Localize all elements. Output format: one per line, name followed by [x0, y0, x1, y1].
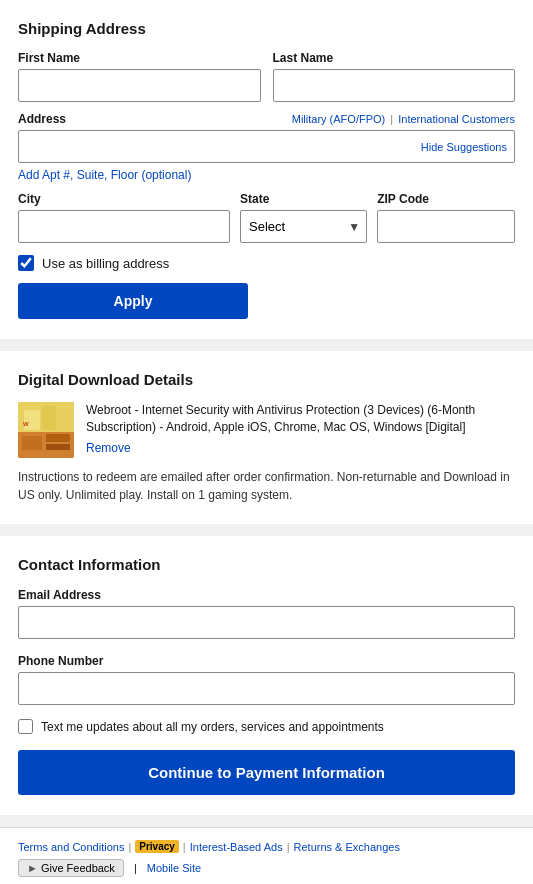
privacy-badge: Privacy: [135, 840, 179, 853]
billing-checkbox-row: Use as billing address: [18, 255, 515, 271]
name-row: First Name Last Name: [18, 51, 515, 102]
product-row: W Webroot - Internet Security with Antiv…: [18, 402, 515, 458]
zip-label: ZIP Code: [377, 192, 515, 206]
first-name-label: First Name: [18, 51, 261, 65]
phone-input[interactable]: [18, 672, 515, 705]
svg-rect-5: [24, 410, 40, 430]
product-name: Webroot - Internet Security with Antivir…: [86, 403, 475, 434]
footer-links: Terms and Conditions | Privacy | Interes…: [18, 840, 515, 853]
link-separator: |: [390, 113, 396, 125]
svg-text:W: W: [23, 421, 29, 427]
apt-link[interactable]: Add Apt #, Suite, Floor (optional): [18, 168, 191, 182]
hide-suggestions-link[interactable]: Hide Suggestions: [421, 141, 507, 153]
sms-checkbox-row: Text me updates about all my orders, ser…: [18, 719, 515, 734]
billing-checkbox[interactable]: [18, 255, 34, 271]
sms-checkbox[interactable]: [18, 719, 33, 734]
continue-to-payment-button[interactable]: Continue to Payment Information: [18, 750, 515, 795]
terms-link[interactable]: Terms and Conditions: [18, 841, 124, 853]
email-input[interactable]: [18, 606, 515, 639]
feedback-label: Give Feedback: [41, 862, 115, 874]
city-state-zip-row: City State Select ALAKAZAR CACOCTDE FLGA…: [18, 192, 515, 243]
returns-link[interactable]: Returns & Exchanges: [294, 841, 400, 853]
svg-rect-3: [46, 434, 70, 442]
arrow-right-icon: ►: [27, 862, 38, 874]
address-links: Military (AFO/FPO) | International Custo…: [292, 113, 515, 125]
first-name-input[interactable]: [18, 69, 261, 102]
product-description: Webroot - Internet Security with Antivir…: [86, 402, 515, 456]
address-header-row: Address Military (AFO/FPO) | Internation…: [18, 112, 515, 126]
address-input-wrap: Hide Suggestions: [18, 130, 515, 163]
digital-download-title: Digital Download Details: [18, 371, 515, 388]
separator-3: |: [287, 841, 290, 853]
city-input[interactable]: [18, 210, 230, 243]
footer: Terms and Conditions | Privacy | Interes…: [0, 827, 533, 884]
digital-download-section: Digital Download Details W Webroot - Int…: [0, 351, 533, 524]
apply-button[interactable]: Apply: [18, 283, 248, 319]
email-label: Email Address: [18, 588, 101, 602]
state-group: State Select ALAKAZAR CACOCTDE FLGAHIID …: [240, 192, 367, 243]
product-instructions: Instructions to redeem are emailed after…: [18, 468, 515, 504]
shipping-address-section: Shipping Address First Name Last Name Ad…: [0, 0, 533, 339]
separator-2: |: [183, 841, 186, 853]
mobile-site-link[interactable]: Mobile Site: [147, 862, 201, 874]
zip-input[interactable]: [377, 210, 515, 243]
interest-ads-link[interactable]: Interest-Based Ads: [190, 841, 283, 853]
remove-link[interactable]: Remove: [86, 440, 131, 457]
first-name-group: First Name: [18, 51, 261, 102]
last-name-group: Last Name: [273, 51, 516, 102]
svg-rect-6: [42, 406, 56, 430]
last-name-label: Last Name: [273, 51, 516, 65]
city-group: City: [18, 192, 230, 243]
state-select[interactable]: Select ALAKAZAR CACOCTDE FLGAHIID ILINIA…: [241, 211, 366, 242]
shipping-title: Shipping Address: [18, 20, 515, 37]
feedback-row: ► Give Feedback | Mobile Site: [18, 859, 515, 877]
product-image: W: [18, 402, 74, 458]
svg-rect-4: [46, 444, 70, 450]
zip-group: ZIP Code: [377, 192, 515, 243]
sms-label: Text me updates about all my orders, ser…: [41, 720, 384, 734]
city-label: City: [18, 192, 230, 206]
separator-1: |: [128, 841, 131, 853]
email-field-group: Email Address: [18, 587, 515, 639]
state-select-wrap: Select ALAKAZAR CACOCTDE FLGAHIID ILINIA…: [240, 210, 367, 243]
military-link[interactable]: Military (AFO/FPO): [292, 113, 386, 125]
phone-label: Phone Number: [18, 654, 103, 668]
contact-section: Contact Information Email Address Phone …: [0, 536, 533, 815]
address-label: Address: [18, 112, 66, 126]
state-label: State: [240, 192, 367, 206]
billing-checkbox-label: Use as billing address: [42, 256, 169, 271]
link-separator: |: [134, 862, 137, 874]
contact-title: Contact Information: [18, 556, 515, 573]
last-name-input[interactable]: [273, 69, 516, 102]
international-link[interactable]: International Customers: [398, 113, 515, 125]
phone-field-group: Phone Number: [18, 653, 515, 705]
svg-rect-2: [22, 436, 42, 450]
feedback-button[interactable]: ► Give Feedback: [18, 859, 124, 877]
